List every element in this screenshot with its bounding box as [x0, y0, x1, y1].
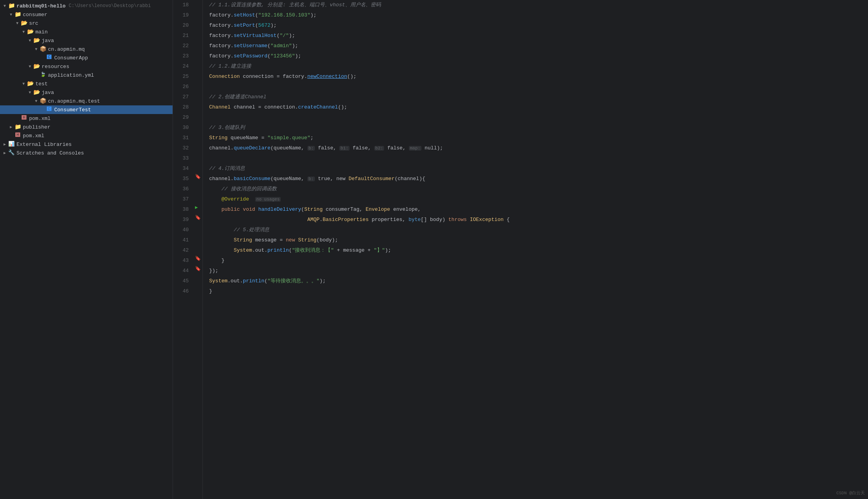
ln-36: 36: [173, 184, 189, 194]
ln-44: 44: [173, 266, 189, 276]
sidebar-item-external-libraries[interactable]: ▶ 📊 External Libraries: [0, 140, 173, 149]
gutter-run-38[interactable]: ▶: [195, 204, 198, 210]
arrow-main: ▼: [20, 30, 27, 34]
sidebar-item-scratches[interactable]: ▶ 🔧 Scratches and Consoles: [0, 149, 173, 157]
folder-icon-java-test: 📂: [33, 89, 40, 96]
sidebar-label-yml: application.yml: [48, 72, 94, 78]
sidebar-item-pom-root[interactable]: ▶ 🅼 pom.xml: [0, 131, 173, 140]
ln-18: 18: [173, 0, 189, 10]
sidebar-label-java-main: java: [42, 38, 54, 44]
sidebar-item-consumer-app[interactable]: ▶ 🅲 ConsumerApp: [0, 53, 173, 62]
code-line-43: }: [209, 256, 868, 266]
ln-27: 27: [173, 92, 189, 102]
line-numbers: 18 19 20 21 22 23 24 25 26 27 28 29 30 3…: [173, 0, 193, 499]
gutter-bookmark-43: 🔖: [195, 256, 201, 261]
arrow-test: ▼: [20, 82, 27, 86]
arrow-root: ▼: [2, 4, 8, 8]
sidebar-item-resources[interactable]: ▼ 📂 resources: [0, 62, 173, 71]
arrow-pkg-test: ▼: [33, 99, 39, 103]
folder-icon-publisher: 📁: [14, 123, 21, 131]
sidebar-label-consumer: consumer: [23, 12, 47, 18]
folder-icon-consumer: 📁: [14, 11, 21, 18]
arrow-java-test: ▼: [27, 90, 33, 95]
sidebar-item-java-main[interactable]: ▼ 📂 java: [0, 36, 173, 45]
ln-23: 23: [173, 51, 189, 61]
code-line-23: factory.setPassword("123456");: [209, 51, 868, 61]
code-line-32: channel.queueDeclare(queueName, b: false…: [209, 143, 868, 153]
sidebar-item-pom-consumer[interactable]: ▶ 🅼 pom.xml: [0, 114, 173, 123]
folder-icon-resources: 📂: [33, 63, 40, 70]
ln-22: 22: [173, 41, 189, 51]
sidebar-label-java-test: java: [42, 90, 54, 96]
file-icon-consumer-app: 🅲: [46, 54, 53, 61]
code-line-24: // 1.2.建立连接: [209, 61, 868, 72]
ln-19: 19: [173, 10, 189, 20]
ln-46: 46: [173, 286, 189, 296]
code-line-40: // 5.处理消息: [209, 225, 868, 235]
code-line-19: factory.setHost("192.168.150.103");: [209, 10, 868, 20]
ln-33: 33: [173, 153, 189, 164]
gutter-bookmark-39: 🔖: [195, 215, 201, 221]
code-line-38: public void handleDelivery(String consum…: [209, 204, 868, 215]
sidebar-item-application-yml[interactable]: ▶ 🍃 application.yml: [0, 71, 173, 79]
sidebar-label-test: test: [35, 81, 48, 87]
sidebar-item-java-test[interactable]: ▼ 📂 java: [0, 88, 173, 97]
gutter-bookmark-35: 🔖: [195, 174, 201, 180]
sidebar-label-resources: resources: [42, 64, 69, 70]
code-line-20: factory.setPort(5672);: [209, 20, 868, 31]
sidebar-item-test[interactable]: ▼ 📂 test: [0, 79, 173, 88]
ln-41: 41: [173, 235, 189, 245]
sidebar-label-scratches: Scratches and Consoles: [17, 150, 84, 156]
code-line-29: [209, 112, 868, 123]
code-line-41: String message = new String(body);: [209, 235, 868, 245]
sidebar-label-pom-root: pom.xml: [23, 133, 44, 139]
sidebar-label-publisher: publisher: [23, 124, 50, 130]
ln-26: 26: [173, 82, 189, 92]
code-line-33: [209, 153, 868, 164]
arrow-src: ▼: [14, 21, 20, 26]
sidebar-label-main: main: [35, 29, 48, 35]
ln-39: 39: [173, 215, 189, 225]
editor-gutter: 🔖 ▶ 🔖 🔖 🔖: [193, 0, 203, 499]
ln-42: 42: [173, 245, 189, 256]
ln-37: 37: [173, 194, 189, 204]
folder-icon-main: 📂: [27, 28, 34, 35]
arrow-consumer: ▼: [8, 13, 14, 17]
code-line-22: factory.setUsername("admin");: [209, 41, 868, 51]
sidebar: ▼ 📁 rabbitmq01-hello C:\Users\lenovo\Des…: [0, 0, 173, 499]
sidebar-label-pom-consumer: pom.xml: [29, 116, 51, 122]
code-line-28: Channel channel = connection.createChann…: [209, 102, 868, 112]
sidebar-item-pkg-test[interactable]: ▼ 📦 cn.aopmin.mq.test: [0, 97, 173, 105]
code-line-26: [209, 82, 868, 92]
watermark: CSDN @白云天: [836, 490, 865, 496]
sidebar-item-src[interactable]: ▼ 📂 src: [0, 19, 173, 28]
sidebar-item-main[interactable]: ▼ 📂 main: [0, 28, 173, 36]
gutter-bookmark-44: 🔖: [195, 266, 201, 272]
sidebar-item-consumer-test[interactable]: ▶ 🅲 ConsumerTest: [0, 105, 173, 114]
sidebar-item-root[interactable]: ▼ 📁 rabbitmq01-hello C:\Users\lenovo\Des…: [0, 2, 173, 10]
code-line-42: System.out.println("接收到消息：【" + message +…: [209, 245, 868, 256]
ln-31: 31: [173, 133, 189, 143]
ext-lib-icon: 📊: [8, 141, 15, 148]
ln-35: 35: [173, 174, 189, 184]
code-line-18: // 1.1.设置连接参数, 分别是: 主机名、端口号、vhost、用户名、密码: [209, 0, 868, 10]
folder-icon-java-main: 📂: [33, 37, 40, 44]
code-line-45: System.out.println("等待接收消息。。。");: [209, 276, 868, 286]
code-line-25: Connection connection = factory.newConne…: [209, 72, 868, 82]
folder-icon-root: 📁: [8, 2, 15, 9]
file-icon-yml: 🍃: [39, 72, 46, 79]
arrow-pkg-main: ▼: [33, 47, 39, 52]
code-line-30: // 3.创建队列: [209, 123, 868, 133]
sidebar-item-publisher[interactable]: ▶ 📁 publisher: [0, 123, 173, 131]
sidebar-item-pkg-main[interactable]: ▼ 📦 cn.aopmin.mq: [0, 45, 173, 53]
sidebar-label-pkg-main: cn.aopmin.mq: [48, 46, 85, 52]
code-line-46: }: [209, 286, 868, 296]
sidebar-path: C:\Users\lenovo\Desktop\rabbi: [69, 3, 151, 9]
ln-25: 25: [173, 72, 189, 82]
code-line-34: // 4.订阅消息: [209, 164, 868, 174]
ln-45: 45: [173, 276, 189, 286]
code-editor[interactable]: 18 19 20 21 22 23 24 25 26 27 28 29 30 3…: [173, 0, 868, 499]
ln-34: 34: [173, 164, 189, 174]
sidebar-item-consumer[interactable]: ▼ 📁 consumer: [0, 10, 173, 19]
code-line-39: AMQP.BasicProperties properties, byte[] …: [209, 215, 868, 225]
